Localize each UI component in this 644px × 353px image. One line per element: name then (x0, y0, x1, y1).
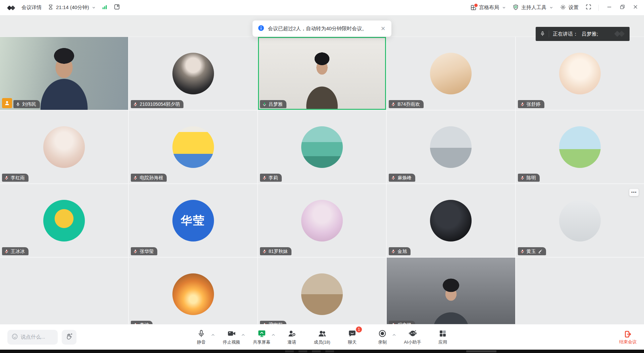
taskbar-item (312, 350, 321, 352)
participant-tile[interactable]: 李莉 (258, 111, 386, 183)
participant-name: 2103105054郭夕萌 (140, 101, 180, 107)
meeting-timer[interactable]: 21:14 (40分钟) (48, 4, 96, 11)
participant-tile[interactable]: 2103105054郭夕萌 (129, 37, 257, 110)
toolbar-item-record[interactable]: 录制 (372, 329, 393, 345)
participant-name-tag: 吕梦雅 (260, 100, 286, 108)
caret-up-icon[interactable] (392, 332, 396, 338)
avatar (559, 126, 601, 168)
raise-hand-button[interactable] (62, 330, 76, 345)
participant-tile[interactable]: 张舒婷 (516, 37, 644, 110)
name-tag-row: 陈明 (518, 174, 540, 182)
participant-name-tag: 李红雨 (2, 174, 29, 182)
pencil-icon (538, 249, 542, 254)
toolbar-item-mute[interactable]: 静音 (191, 329, 212, 345)
empty-tile (516, 258, 644, 330)
minimize-button[interactable] (607, 4, 612, 11)
toolbar-item-ai-assistant[interactable]: AI小助手 (402, 329, 423, 345)
participant-tile[interactable]: 程文静 (387, 258, 515, 330)
participant-tile[interactable]: 81罗秋妹 (258, 184, 386, 257)
toolbar-item-share-screen[interactable]: 共享屏幕 (251, 329, 272, 345)
settings-button[interactable]: 设置 (560, 4, 579, 11)
participant-tile[interactable]: 李波 (129, 258, 257, 330)
toolbar-item-label: 邀请 (287, 339, 296, 345)
avatar (301, 200, 343, 241)
meeting-limit-banner: 会议已超过2人，自动转为40分钟限时会议。 ✕ (253, 20, 391, 37)
mic-muted-icon (391, 175, 395, 180)
participant-tile[interactable]: 吕梦雅 (258, 37, 386, 110)
end-meeting-button[interactable]: 结束会议 (619, 329, 637, 345)
info-icon (258, 25, 264, 32)
more-options-button[interactable]: ••• (629, 189, 639, 196)
chevron-down-icon (92, 6, 96, 9)
participant-name: 张舒婷 (527, 101, 541, 107)
toolbar-item-stop-video[interactable]: 停止视频 (221, 329, 242, 345)
participant-tile[interactable]: 金旭 (387, 184, 515, 257)
toolbar-item-label: 停止视频 (223, 339, 240, 345)
toolbar-item-label: 录制 (378, 339, 387, 345)
name-tag-row: 黄玉 (518, 247, 546, 255)
close-button[interactable] (633, 4, 638, 11)
fullscreen-icon[interactable] (585, 4, 592, 11)
participant-name-tag: 麻焕峰 (389, 174, 415, 182)
avatar (172, 53, 214, 94)
network-signal-icon[interactable] (102, 4, 108, 11)
mic-muted-icon (133, 102, 138, 107)
participant-tile[interactable]: 麻焕峰 (387, 111, 515, 183)
app-logo-icon (7, 4, 15, 11)
participant-name-tag: 张华莹 (131, 247, 157, 255)
participant-tile[interactable]: 李红雨 (0, 111, 128, 183)
toolbar-item-apps[interactable]: 应用 (432, 329, 453, 345)
participant-tile[interactable]: 电院孙海根 (129, 111, 257, 183)
avatar (430, 200, 472, 241)
taskbar-item (285, 350, 294, 352)
host-tools-button[interactable]: 主持人工具 (513, 4, 553, 11)
meeting-details-button[interactable]: 会议详情 (21, 4, 42, 11)
participant-tile[interactable]: B74乔雨欢 (387, 37, 515, 110)
toolbar-item-label: 共享屏幕 (253, 339, 270, 345)
timer-text: 21:14 (40分钟) (56, 4, 89, 11)
name-tag-row: 2103105054郭夕萌 (131, 100, 183, 108)
divider (598, 5, 599, 11)
toolbar-item-label: 聊天 (348, 339, 357, 345)
participant-tile[interactable]: 华莹张华莹 (129, 184, 257, 257)
open-external-icon[interactable] (114, 4, 120, 11)
participant-tile[interactable]: 刘伟民 (0, 37, 128, 110)
participant-grid: 刘伟民2103105054郭夕萌吕梦雅B74乔雨欢张舒婷李红雨电院孙海根李莉麻焕… (0, 37, 644, 330)
toolbar-item-members[interactable]: 成员(18) (311, 329, 333, 345)
toolbar-item-invite[interactable]: 邀请 (281, 329, 303, 345)
bottom-toolbar: 说点什么... 静音停止视频共享屏幕邀请成员(18)聊天1录制AI小助手应用 结… (0, 324, 644, 350)
avatar (172, 126, 214, 168)
caret-up-icon[interactable] (271, 332, 275, 338)
participant-name-tag: 电院孙海根 (131, 174, 167, 182)
mic-muted-icon (133, 249, 138, 254)
speaking-names: 吕梦雅; (582, 31, 598, 37)
quick-chat-input[interactable]: 说点什么... (7, 330, 58, 345)
participant-tile[interactable]: 王冰冰 (0, 184, 128, 257)
participant-tile[interactable]: 梁宣茹 (258, 258, 386, 330)
restore-button[interactable] (620, 4, 625, 11)
caret-up-icon[interactable] (211, 332, 215, 338)
name-tag-row: 张舒婷 (518, 100, 544, 108)
avatar (43, 200, 85, 241)
participant-tile[interactable]: 黄玉 (516, 184, 644, 257)
avatar (172, 273, 214, 315)
layout-button[interactable]: 宫格布局 (470, 4, 506, 11)
toolbar-item-label: 静音 (197, 339, 206, 345)
apps-icon (438, 329, 447, 338)
watermark-logo-icon (614, 29, 626, 39)
banner-close-icon[interactable]: ✕ (381, 26, 385, 32)
smiley-icon (11, 333, 18, 341)
toolbar-item-chat[interactable]: 聊天1 (341, 329, 363, 345)
participant-tile[interactable]: 陈明 (516, 111, 644, 183)
mic-muted-icon (4, 175, 9, 180)
name-tag-row: 李莉 (260, 174, 282, 182)
avatar (559, 200, 601, 241)
participant-name-tag: 刘伟民 (13, 100, 40, 108)
caret-up-icon[interactable] (241, 332, 245, 338)
participant-name-tag: 王冰冰 (2, 247, 29, 255)
os-taskbar[interactable] (0, 350, 644, 353)
mic-muted-icon (520, 249, 525, 254)
participant-name-tag: 陈明 (518, 174, 540, 182)
mic-muted-icon (262, 175, 267, 180)
mic-muted-icon (520, 175, 525, 180)
